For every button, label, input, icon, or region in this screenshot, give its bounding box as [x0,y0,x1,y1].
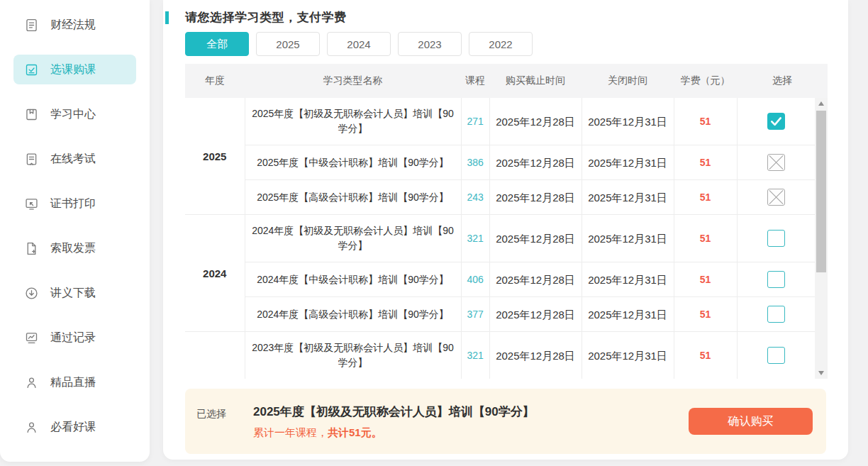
course-table-rows: 20252025年度【初级及无职称会计人员】培训【90学分】2712025年12… [185,98,815,379]
purchase-deadline-cell: 2025年12月28日 [489,215,582,262]
fee-cell: 51 [674,332,737,379]
purchase-deadline-cell: 2025年12月28日 [489,145,582,180]
sidebar-item-label: 精品直播 [50,375,96,390]
sidebar-item-1[interactable]: 财经法规 [13,10,136,40]
sidebar: 财经法规选课购课学习中心在线考试证书打印索取发票讲义下载通过记录精品直播必看好课 [0,0,150,462]
course-name-cell: 2024年度【高级会计职称】培训【90学分】 [245,297,461,332]
filter-tab-all[interactable]: 全部 [185,32,249,56]
course-count-link[interactable]: 271 [461,98,489,145]
table-header: 年度学习类型名称课程购买截止时间关闭时间学费（元）选择 [185,64,828,98]
table-body: 20252025年度【初级及无职称会计人员】培训【90学分】2712025年12… [185,98,828,379]
selection-summary-bar: 已选择 2025年度【初级及无职称会计人员】培训【90学分】 累计一年课程，共计… [185,389,826,454]
purchase-deadline-cell: 2025年12月28日 [489,297,582,332]
main-panel: 请您选择学习类型，支付学费 全部2025202420232022 年度学习类型名… [163,0,848,460]
course-checkbox-unchecked[interactable] [767,306,785,323]
purchase-deadline-cell: 2025年12月28日 [489,98,582,145]
close-date-cell: 2025年12月31日 [582,332,674,379]
sidebar-item-2[interactable]: 选课购课 [13,55,136,84]
page-title: 请您选择学习类型，支付学费 [185,9,347,26]
year-cell: 2024 [185,215,245,332]
filter-tab-2022[interactable]: 2022 [469,32,533,56]
select-cell [737,332,815,379]
course-select-icon [23,62,39,77]
sidebar-item-label: 证书打印 [50,196,96,211]
course-count-link[interactable]: 386 [461,145,489,180]
course-table-area: 年度学习类型名称课程购买截止时间关闭时间学费（元）选择 20252025年度【初… [185,64,828,379]
course-count-link[interactable]: 321 [461,332,489,379]
select-cell [737,145,815,180]
sidebar-item-label: 讲义下载 [50,286,96,301]
sidebar-item-label: 索取发票 [50,241,96,256]
fee-cell: 51 [674,98,737,145]
table-row: 2025年度【中级会计职称】培训【90学分】3862025年12月28日2025… [185,145,815,180]
certificate-print-icon [23,196,39,211]
table-row: 2024年度【高级会计职称】培训【90学分】3772025年12月28日2025… [185,297,815,332]
purchase-deadline-cell: 2025年12月28日 [489,262,582,297]
course-table: 20252025年度【初级及无职称会计人员】培训【90学分】2712025年12… [185,98,815,379]
filter-tab-2025[interactable]: 2025 [256,32,320,56]
filter-tab-2023[interactable]: 2023 [398,32,462,56]
course-checkbox-unchecked[interactable] [767,347,785,364]
person-icon [23,419,39,435]
header-cell: 学习类型名称 [245,74,461,87]
sidebar-item-label: 必看好课 [50,420,96,435]
fee-cell: 51 [674,262,737,297]
table-row: 20242024年度【初级及无职称会计人员】培训【90学分】3212025年12… [185,215,815,262]
close-date-cell: 2025年12月31日 [582,180,674,215]
sidebar-item-8[interactable]: 通过记录 [13,323,136,353]
bookmark-icon [23,106,39,122]
course-name-cell: 2025年度【高级会计职称】培训【90学分】 [245,180,461,215]
page: 财经法规选课购课学习中心在线考试证书打印索取发票讲义下载通过记录精品直播必看好课… [0,0,868,466]
sidebar-item-6[interactable]: 索取发票 [13,233,136,263]
scrollbar-thumb[interactable] [816,111,826,272]
year-cell [185,332,245,379]
header-cell: 课程 [461,74,489,87]
fee-cell: 51 [674,215,737,262]
fee-cell: 51 [674,297,737,332]
sidebar-item-3[interactable]: 学习中心 [13,99,136,129]
course-checkbox-checked[interactable] [767,113,785,130]
fee-cell: 51 [674,145,737,180]
sidebar-item-label: 选课购课 [50,62,96,77]
table-row: 2023年度【初级及无职称会计人员】培训【90学分】3212025年12月28日… [185,332,815,379]
sidebar-item-7[interactable]: 讲义下载 [13,278,136,308]
select-cell [737,262,815,297]
title-accent-bar [165,11,169,24]
table-row: 20252025年度【初级及无职称会计人员】培训【90学分】2712025年12… [185,98,815,145]
sidebar-item-label: 学习中心 [50,107,96,122]
sidebar-item-5[interactable]: 证书打印 [13,189,136,218]
table-row: 2025年度【高级会计职称】培训【90学分】2432025年12月28日2025… [185,180,815,215]
filter-tab-2024[interactable]: 2024 [327,32,391,56]
table-row: 2024年度【中级会计职称】培训【90学分】4062025年12月28日2025… [185,262,815,297]
scroll-down-arrow-icon[interactable] [815,367,828,379]
header-cell: 购买截止时间 [489,74,582,87]
exam-file-icon [23,151,39,167]
purchase-deadline-cell: 2025年12月28日 [489,180,582,215]
course-count-link[interactable]: 406 [461,262,489,297]
header-cell: 选择 [737,74,828,87]
download-circle-icon [23,285,39,301]
course-checkbox-unchecked[interactable] [767,230,785,247]
sidebar-item-10[interactable]: 必看好课 [13,412,136,442]
total-price-text: 累计一年课程，共计51元。 [253,426,382,440]
sidebar-item-9[interactable]: 精品直播 [13,367,136,397]
course-name-cell: 2024年度【初级及无职称会计人员】培训【90学分】 [245,215,461,262]
sidebar-item-label: 财经法规 [50,18,96,33]
sidebar-item-label: 通过记录 [50,331,96,345]
close-date-cell: 2025年12月31日 [582,215,674,262]
course-count-link[interactable]: 377 [461,297,489,332]
course-checkbox-unchecked[interactable] [767,271,785,288]
close-date-cell: 2025年12月31日 [582,262,674,297]
course-count-link[interactable]: 243 [461,180,489,215]
close-date-cell: 2025年12月31日 [582,145,674,180]
course-count-link[interactable]: 321 [461,215,489,262]
scroll-up-arrow-icon[interactable] [815,98,828,109]
section-title-row: 请您选择学习类型，支付学费 [165,9,347,26]
table-scrollbar[interactable] [815,98,828,379]
record-chart-icon [23,330,39,345]
person-icon [23,375,39,390]
header-cell: 学费（元） [674,74,737,87]
confirm-purchase-button[interactable]: 确认购买 [689,408,813,435]
sidebar-item-4[interactable]: 在线考试 [13,144,136,174]
selected-label: 已选择 [196,408,226,421]
